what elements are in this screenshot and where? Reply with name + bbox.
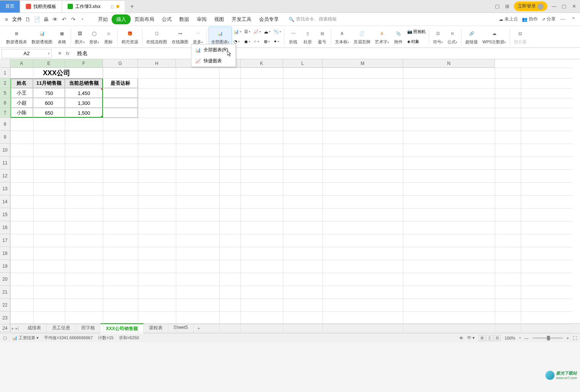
pivot-chart-button[interactable]: 📊数据透视图 [29, 27, 55, 47]
collab-button[interactable]: 👥 协作 [522, 16, 538, 22]
pivot-table-button[interactable]: ⊞数据透视表 [4, 27, 29, 47]
normal-view-button[interactable]: ⊞ [479, 335, 485, 341]
row-header[interactable]: 16 [0, 221, 10, 234]
bar-chart-button[interactable]: 📊▾ [232, 27, 243, 36]
row-header[interactable]: 22 [0, 299, 10, 311]
data-cell[interactable] [103, 88, 138, 98]
menu-tab-view[interactable]: 视图 [210, 14, 228, 25]
zoom-out-button[interactable]: — [525, 336, 529, 340]
row-header[interactable]: 6 [0, 98, 10, 108]
header-nov-sales[interactable]: 11月销售额 [33, 78, 65, 88]
data-cell[interactable]: 750 [33, 88, 65, 98]
column-header[interactable]: A [10, 59, 33, 68]
row-header[interactable]: 20 [0, 273, 10, 286]
donut-chart-button[interactable]: ◉▾ [243, 37, 252, 46]
row-header[interactable]: 8 [0, 118, 10, 131]
row-header[interactable]: 11 [0, 156, 10, 169]
object-button[interactable]: ◈ 对象 [406, 37, 427, 46]
icons-button[interactable]: ☺图标 [101, 27, 116, 47]
table-button[interactable]: ▦表格 [55, 27, 69, 47]
undo-icon[interactable]: ↶ [61, 16, 68, 23]
textbox-button[interactable]: A文本框▾ [333, 27, 351, 47]
row-header[interactable]: 19 [0, 260, 10, 273]
grid-icon[interactable]: ⊞ [504, 3, 510, 9]
row-header[interactable]: 14 [0, 195, 10, 208]
menu-tab-formula[interactable]: 公式 [158, 14, 175, 25]
data-cell[interactable]: 小陈 [10, 108, 33, 118]
column-header[interactable]: F [65, 59, 103, 68]
file-tab[interactable]: 工作簿3.xlsx ◻ [62, 0, 125, 13]
picture-button[interactable]: 🖼图片▾ [73, 27, 87, 47]
equation-button[interactable]: π公式▾ [445, 27, 460, 47]
collapse-ribbon-icon[interactable]: ⌃ [570, 16, 577, 23]
column-header[interactable]: N [403, 59, 495, 68]
fx-icon[interactable]: fx [66, 51, 70, 56]
resources-button[interactable]: 🎁稻壳资源 [119, 27, 141, 47]
flowchart-button[interactable]: ⬡在线流程图 [144, 27, 169, 47]
menu-tab-member[interactable]: 会员专享 [255, 14, 283, 25]
all-charts-menu-item[interactable]: 📊 全部图表(R) [191, 44, 235, 55]
template-tab[interactable]: 找稻壳模板 [21, 0, 62, 13]
attachment-button[interactable]: 📎附件 [391, 27, 406, 47]
add-tab-button[interactable]: + [128, 3, 137, 10]
hyperlink-button[interactable]: 🔗超链接 [463, 27, 480, 47]
sparkline-winloss-button[interactable]: ⊟盈亏 [315, 27, 329, 47]
column-header[interactable]: K [240, 59, 283, 68]
header-target[interactable]: 是否达标 [103, 78, 138, 88]
login-button[interactable]: 立即登录 [514, 2, 547, 11]
close-button[interactable]: ✕ [571, 3, 577, 9]
minimize-button[interactable]: — [551, 3, 557, 9]
data-cell[interactable]: 600 [33, 98, 65, 108]
select-all-corner[interactable] [0, 59, 10, 68]
data-cell[interactable]: 1,450 [65, 88, 103, 98]
menu-tab-layout[interactable]: 页面布局 [131, 14, 158, 25]
combo-chart-button[interactable]: ⊞▾ [262, 37, 272, 46]
menu-tab-data[interactable]: 数据 [175, 14, 193, 25]
more-options-icon[interactable]: ⋯ [559, 16, 566, 23]
page-layout-button[interactable]: ▯ [486, 335, 493, 341]
symbol-button[interactable]: Ω符号▾ [431, 27, 445, 47]
area-chart-button[interactable]: ⛰▾ [262, 27, 272, 36]
zoom-slider[interactable] [533, 337, 563, 339]
menu-tab-start[interactable]: 开始 [94, 14, 112, 25]
scatter-chart-button[interactable]: ⁘▾ [252, 37, 262, 46]
eye-icon[interactable]: 👁 [459, 336, 463, 340]
share-button[interactable]: ↗ 分享 [542, 16, 556, 22]
data-cell[interactable]: 650 [33, 108, 65, 118]
row-header[interactable]: 15 [0, 208, 10, 221]
row-header[interactable]: 21 [0, 286, 10, 299]
header-total-sales[interactable]: 当前总销售额 [65, 78, 103, 88]
shapes-button[interactable]: ◯形状▾ [87, 27, 101, 47]
row-header[interactable]: 7 [0, 108, 10, 118]
name-box[interactable]: A2 ▾ [2, 49, 52, 58]
search-box[interactable]: 🔍 查找命令、搜索模板 [289, 16, 337, 22]
layout-icon[interactable]: ▢ [494, 3, 500, 9]
row-header[interactable]: 2 [0, 78, 10, 88]
save-icon[interactable]: 🗋 [24, 16, 31, 23]
title-cell[interactable]: XXX公司 [10, 68, 103, 78]
formula-input[interactable]: 姓名 [74, 50, 580, 57]
data-cell[interactable]: 小赵 [10, 98, 33, 108]
row-header[interactable]: 18 [0, 247, 10, 260]
header-footer-button[interactable]: 📄页眉页脚 [351, 27, 373, 47]
data-cell[interactable]: 1,500 [65, 108, 103, 118]
name-box-dropdown-icon[interactable]: ▾ [48, 52, 50, 55]
sparkline-bar-button[interactable]: ▯柱形 [300, 27, 315, 47]
radar-chart-button[interactable]: ✦▾ [272, 37, 283, 46]
zoom-value[interactable]: 100% [504, 336, 515, 340]
menu-tab-insert[interactable]: 插入 [112, 14, 131, 24]
row-header[interactable]: 13 [0, 182, 10, 195]
header-name[interactable]: 姓名 [10, 78, 33, 88]
column-header[interactable]: M [322, 59, 403, 68]
preview-icon[interactable]: 👁 [52, 16, 58, 23]
column-header[interactable]: L [283, 59, 322, 68]
menu-tab-review[interactable]: 审阅 [193, 14, 210, 25]
cancel-formula-icon[interactable]: ✕ [58, 51, 62, 56]
data-cell[interactable]: 1,300 [65, 98, 103, 108]
data-cell[interactable] [103, 98, 138, 108]
stock-chart-button[interactable]: 📉▾ [272, 27, 283, 36]
row-header[interactable]: 10 [0, 144, 10, 156]
column-header[interactable]: E [33, 59, 65, 68]
cloud-button[interactable]: ☁ 未上云 [499, 16, 518, 22]
row-header[interactable]: 5 [0, 88, 10, 98]
